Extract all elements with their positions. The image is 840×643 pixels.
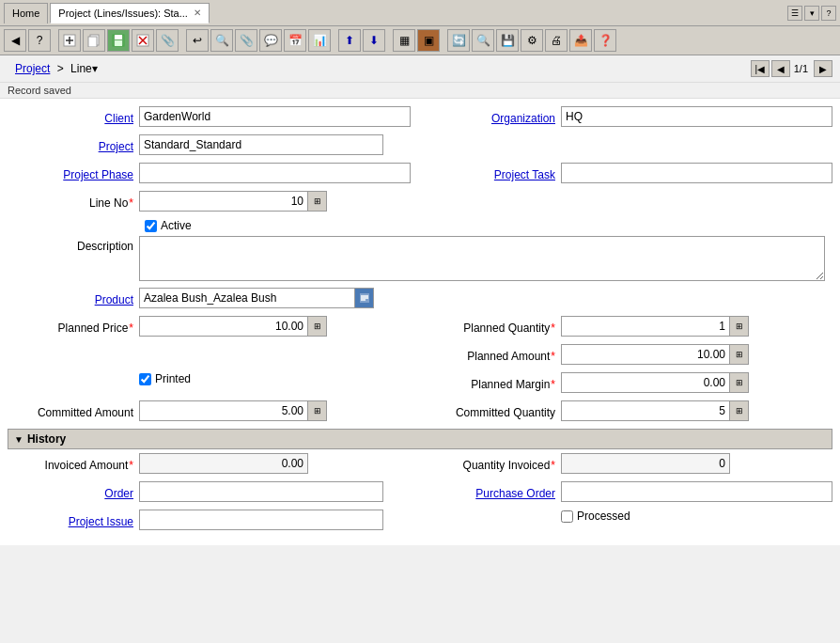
planned-price-label: Planned Price* xyxy=(8,318,139,335)
toolbar-export-btn[interactable]: 💾 xyxy=(496,29,519,52)
toolbar-back-btn[interactable]: ◀ xyxy=(4,29,26,52)
quantity-invoiced-label: Quantity Invoiced* xyxy=(429,455,561,472)
planned-price-quantity-row: Planned Price* ⊞ Planned Quantity* ⊞ xyxy=(8,316,832,340)
client-label[interactable]: Client xyxy=(8,108,139,125)
nav-prev-btn[interactable]: ◀ xyxy=(771,60,790,77)
invoiced-amount-input[interactable] xyxy=(139,453,308,474)
toolbar: ◀ ? 📎 ↩ 🔍 📎 💬 📅 📊 ⬆ ⬇ ▦ ▣ 🔄 🔍 💾 ⚙ 🖨 📤 ❓ xyxy=(0,26,840,55)
project-row: Project xyxy=(8,134,832,159)
toolbar-delete-btn[interactable] xyxy=(132,29,154,52)
toolbar-zoom-btn[interactable]: 🔍 xyxy=(472,29,494,52)
svg-rect-4 xyxy=(88,37,97,47)
planned-amount-row: Planned Amount* ⊞ xyxy=(8,344,832,369)
tab-home[interactable]: Home xyxy=(4,3,48,24)
breadcrumb-line-label: Line xyxy=(70,62,92,75)
active-row: Active xyxy=(145,219,832,232)
project-phase-row: Project Phase Project Task xyxy=(8,163,832,187)
tab-help-btn[interactable]: ? xyxy=(821,6,836,21)
project-task-label[interactable]: Project Task xyxy=(429,165,561,181)
toolbar-refresh-btn[interactable]: 🔄 xyxy=(447,29,470,52)
toolbar-new-btn[interactable] xyxy=(58,29,81,52)
history-triangle-icon: ▼ xyxy=(14,434,23,445)
toolbar-undo-btn[interactable]: ↩ xyxy=(186,29,209,52)
planned-amount-label: Planned Amount* xyxy=(429,346,561,363)
planned-quantity-label: Planned Quantity* xyxy=(429,318,561,335)
printed-checkbox[interactable] xyxy=(139,373,151,385)
breadcrumb-project-link[interactable]: Project xyxy=(15,62,50,75)
project-label[interactable]: Project xyxy=(8,136,139,153)
quantity-invoiced-input[interactable] xyxy=(561,453,730,474)
toolbar-down-btn[interactable]: ⬇ xyxy=(363,29,385,52)
line-no-calc-btn[interactable]: ⊞ xyxy=(308,191,327,212)
description-textarea[interactable] xyxy=(139,236,825,281)
planned-margin-calc-btn[interactable]: ⊞ xyxy=(730,372,749,393)
processed-label: Processed xyxy=(577,510,630,523)
planned-amount-calc-btn[interactable]: ⊞ xyxy=(730,344,749,365)
product-label[interactable]: Product xyxy=(8,290,139,306)
tab-menu-btn[interactable]: ☰ xyxy=(787,6,802,21)
project-phase-input[interactable] xyxy=(139,163,411,183)
committed-amount-input[interactable] xyxy=(139,400,308,421)
order-label[interactable]: Order xyxy=(8,483,139,500)
toolbar-save-btn[interactable] xyxy=(107,29,130,52)
planned-quantity-calc-btn[interactable]: ⊞ xyxy=(730,316,749,337)
toolbar-help2-btn[interactable]: ❓ xyxy=(594,29,616,52)
toolbar-form-btn[interactable]: ▣ xyxy=(417,29,440,52)
toolbar-link-btn[interactable]: 📎 xyxy=(235,29,257,52)
breadcrumb-line-dropdown[interactable]: Line▾ xyxy=(70,62,98,75)
toolbar-calendar-btn[interactable]: 📅 xyxy=(284,29,306,52)
order-row: Order Purchase Order xyxy=(8,481,832,506)
toolbar-help-btn[interactable]: ? xyxy=(28,29,51,52)
planned-margin-input[interactable] xyxy=(561,372,730,393)
organization-label[interactable]: Organization xyxy=(429,108,561,125)
tab-close-icon[interactable]: ✕ xyxy=(194,8,201,18)
product-input[interactable] xyxy=(139,288,355,308)
toolbar-chart-btn[interactable]: 📊 xyxy=(308,29,331,52)
planned-price-calc-btn[interactable]: ⊞ xyxy=(308,316,327,337)
breadcrumb: Project > Line▾ xyxy=(8,58,749,79)
project-issue-input[interactable] xyxy=(139,510,383,530)
project-issue-label[interactable]: Project Issue xyxy=(8,511,139,528)
committed-quantity-input[interactable] xyxy=(561,400,730,421)
active-checkbox[interactable] xyxy=(145,220,157,232)
purchase-order-input[interactable] xyxy=(561,481,832,502)
tab-home-label: Home xyxy=(12,8,39,19)
project-input[interactable] xyxy=(139,134,383,155)
organization-input[interactable] xyxy=(561,106,832,127)
toolbar-find-btn[interactable]: 🔍 xyxy=(210,29,233,52)
toolbar-share-btn[interactable]: 📤 xyxy=(569,29,592,52)
description-label: Description xyxy=(8,236,139,253)
planned-quantity-input[interactable] xyxy=(561,316,730,337)
product-lookup-btn[interactable] xyxy=(355,288,374,308)
purchase-order-label[interactable]: Purchase Order xyxy=(429,483,561,500)
tab-minimize-btn[interactable]: ▾ xyxy=(804,6,819,21)
toolbar-note-btn[interactable]: 💬 xyxy=(259,29,282,52)
order-input[interactable] xyxy=(139,481,383,502)
toolbar-settings-btn[interactable]: ⚙ xyxy=(521,29,543,52)
committed-quantity-calc-btn[interactable]: ⊞ xyxy=(730,400,749,421)
tab-project-lines[interactable]: Project (Lines/Issues): Sta... ✕ xyxy=(50,3,210,24)
invoiced-row: Invoiced Amount* Quantity Invoiced* xyxy=(8,453,832,478)
committed-amount-calc-btn[interactable]: ⊞ xyxy=(308,400,327,421)
planned-price-input[interactable] xyxy=(139,316,308,337)
nav-next-btn[interactable]: ▶ xyxy=(814,60,832,77)
processed-checkbox[interactable] xyxy=(561,510,573,523)
project-phase-label[interactable]: Project Phase xyxy=(8,165,139,181)
client-input[interactable] xyxy=(139,106,411,127)
project-task-input[interactable] xyxy=(561,163,832,183)
planned-amount-input[interactable] xyxy=(561,344,730,365)
nav-first-btn[interactable]: |◀ xyxy=(751,60,770,77)
printed-margin-row: Printed Planned Margin* ⊞ xyxy=(8,372,832,397)
client-row: Client Organization xyxy=(8,106,832,131)
history-section-header[interactable]: ▼ History xyxy=(8,429,832,449)
toolbar-grid-btn[interactable]: ▦ xyxy=(393,29,415,52)
committed-row: Committed Amount ⊞ Committed Quantity ⊞ xyxy=(8,400,832,425)
toolbar-copy-btn[interactable] xyxy=(83,29,105,52)
status-text: Record saved xyxy=(8,85,71,96)
line-no-input[interactable] xyxy=(139,191,308,212)
toolbar-attach-btn[interactable]: 📎 xyxy=(156,29,179,52)
svg-rect-7 xyxy=(115,40,122,46)
toolbar-print-btn[interactable]: 🖨 xyxy=(545,29,568,52)
line-no-row: Line No* ⊞ xyxy=(8,191,832,215)
toolbar-up-btn[interactable]: ⬆ xyxy=(338,29,361,52)
